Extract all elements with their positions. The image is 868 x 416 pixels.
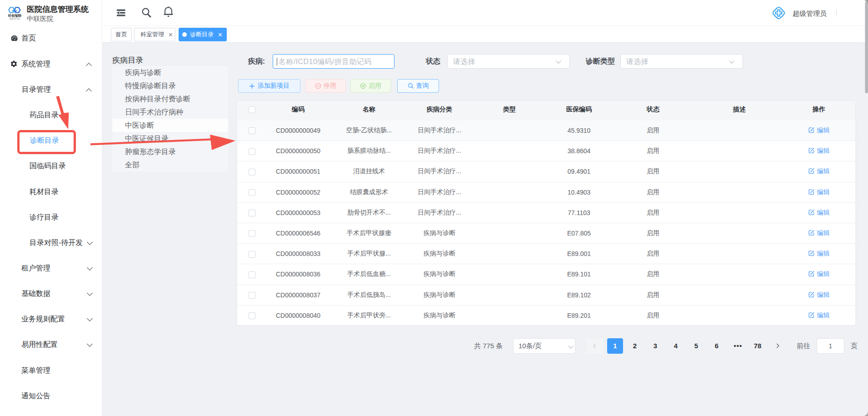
- svg-text:经创智联: 经创智联: [8, 14, 21, 18]
- svg-text:HEALTH LINK: HEALTH LINK: [10, 18, 20, 20]
